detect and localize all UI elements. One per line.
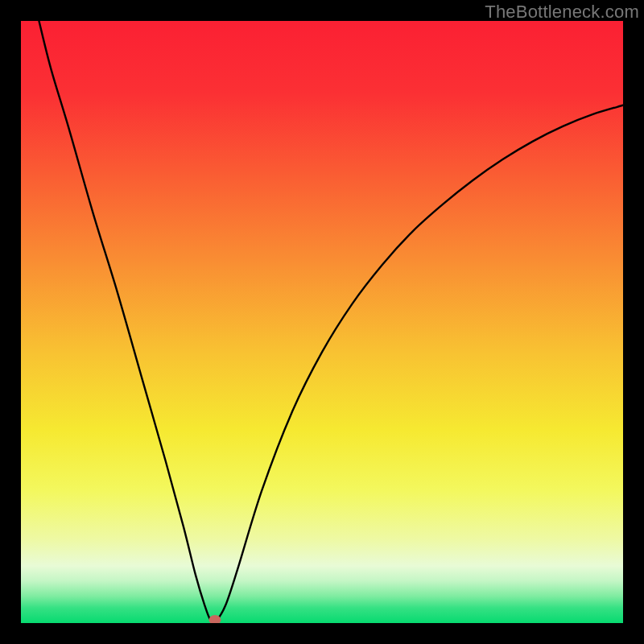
optimal-point-marker [208,615,221,623]
watermark-label: TheBottleneck.com [485,2,639,23]
bottleneck-curve [21,21,623,623]
chart-frame: TheBottleneck.com [0,0,644,644]
plot-area [21,21,623,623]
